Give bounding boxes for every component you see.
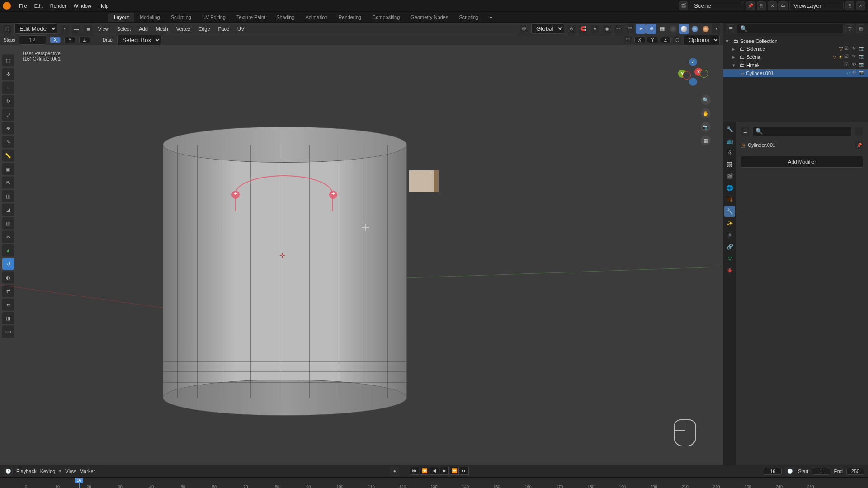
end-frame-input[interactable]: 250 <box>846 468 864 475</box>
timeline-track[interactable]: 16 0102030405060708090100110120130140150… <box>0 477 868 488</box>
viewlayer-delete-icon[interactable]: ✕ <box>856 1 865 10</box>
viewlayer-input[interactable] <box>789 1 844 10</box>
tab-rendering[interactable]: Rendering <box>333 13 367 22</box>
nav-axis-neg-y[interactable] <box>700 70 708 78</box>
outliner-new-collection-icon[interactable]: ⊞ <box>856 24 865 33</box>
spin-gizmo-arc[interactable] <box>235 175 333 211</box>
orientation-icon[interactable]: ⦿ <box>519 24 528 33</box>
tl-menu-playback[interactable]: Playback <box>16 469 37 474</box>
menu-render[interactable]: Render <box>47 3 70 9</box>
tab-geometrynodes[interactable]: Geometry Nodes <box>405 13 453 22</box>
shade-material-icon[interactable] <box>690 24 700 34</box>
tab-compositing[interactable]: Compositing <box>367 13 405 22</box>
proportional-curve-icon[interactable]: 〰 <box>614 24 623 33</box>
tab-sculpting[interactable]: Sculpting <box>165 13 197 22</box>
spin-gizmo-plus-left[interactable]: + <box>231 191 240 199</box>
prop-tab-viewlayer[interactable]: 🖼 <box>724 159 735 170</box>
outliner-editor-icon[interactable]: ☰ <box>726 24 735 33</box>
vp-menu-face[interactable]: Face <box>216 26 232 32</box>
automerge-icon[interactable]: ⬡ <box>673 36 682 45</box>
tl-menu-view[interactable]: View <box>65 469 76 474</box>
scene-delete-icon[interactable]: ✕ <box>768 1 777 10</box>
current-frame-input[interactable]: 16 <box>764 468 782 475</box>
vp-menu-view[interactable]: View <box>95 26 112 32</box>
prop-tab-render[interactable]: 📺 <box>724 136 735 146</box>
tree-item-scena[interactable]: ▸🗀 Scéna ▽☀ ☑👁📷 <box>723 53 868 61</box>
jump-start-icon[interactable]: ⏮ <box>410 467 419 475</box>
prop-tab-object[interactable]: ◳ <box>724 194 735 205</box>
axis-y-display[interactable]: Y <box>647 37 658 43</box>
prop-tab-scene[interactable]: 🎬 <box>724 171 735 182</box>
prop-tab-physics[interactable]: ⚛ <box>724 230 735 240</box>
scene-new-icon[interactable]: ⎘ <box>757 1 766 10</box>
prop-tab-tool[interactable]: 🔧 <box>724 124 735 135</box>
shade-wire-icon[interactable] <box>668 24 678 34</box>
vp-menu-vertex[interactable]: Vertex <box>174 26 193 32</box>
tab-add[interactable]: + <box>484 13 497 22</box>
tab-texturepaint[interactable]: Texture Paint <box>231 13 271 22</box>
zoom-icon[interactable]: 🔍 <box>701 95 711 105</box>
prop-tab-world[interactable]: 🌐 <box>724 183 735 193</box>
shade-rendered-icon[interactable] <box>701 24 711 34</box>
orientation-dropdown[interactable]: Global <box>531 23 564 34</box>
proportional-icon[interactable]: ◉ <box>602 24 611 33</box>
options-dropdown[interactable]: Options <box>684 35 720 45</box>
jump-end-icon[interactable]: ⏭ <box>460 467 469 475</box>
axis-z-display[interactable]: Z <box>660 37 671 43</box>
prop-tab-data[interactable]: ▽ <box>724 253 735 264</box>
vp-menu-select[interactable]: Select <box>114 26 134 32</box>
tab-animation[interactable]: Animation <box>300 13 333 22</box>
menu-window[interactable]: Window <box>70 3 95 9</box>
tab-scripting[interactable]: Scripting <box>453 13 484 22</box>
scene-name-input[interactable] <box>690 1 744 10</box>
pivot-icon[interactable]: ⊙ <box>567 24 576 33</box>
tab-uvediting[interactable]: UV Editing <box>197 13 231 22</box>
scene-browse-icon[interactable]: 🎬 <box>679 1 688 10</box>
axis-x-toggle[interactable]: X <box>50 37 61 43</box>
vp-menu-uv[interactable]: UV <box>235 26 247 32</box>
pin-icon[interactable]: 📌 <box>854 141 863 150</box>
start-frame-input[interactable]: 1 <box>812 468 830 475</box>
overlay-toggle-icon[interactable]: ⊕ <box>646 24 656 34</box>
outliner-filter-icon[interactable]: ▽ <box>845 24 854 33</box>
preview-range-icon[interactable]: 🕐 <box>785 467 794 476</box>
keyframe-prev-icon[interactable]: ⏪ <box>420 467 429 475</box>
steps-input[interactable] <box>19 35 46 45</box>
prop-tab-constraint[interactable]: 🔗 <box>724 241 735 252</box>
shade-solid-icon[interactable] <box>679 24 689 34</box>
axis-z-toggle[interactable]: Z <box>79 37 90 43</box>
autokey-icon[interactable]: ● <box>390 467 399 476</box>
scene-pin-icon[interactable]: 📌 <box>746 1 755 10</box>
nav-axis-neg-x[interactable] <box>683 71 691 80</box>
prop-tab-modifier[interactable]: 🔧 <box>724 206 735 217</box>
prop-tab-material[interactable]: ◉ <box>724 265 735 276</box>
prop-search[interactable] <box>752 127 852 136</box>
tree-scene-collection[interactable]: ▾🗀 Scene Collection <box>723 37 868 45</box>
timeline-editor-icon[interactable]: 🕐 <box>4 467 13 476</box>
tl-menu-marker[interactable]: Marker <box>80 469 95 474</box>
prop-options-icon[interactable]: ⋮ <box>854 127 863 136</box>
vertex-select-icon[interactable]: ▪ <box>60 24 69 33</box>
mode-dropdown[interactable]: Edit Mode <box>14 23 57 34</box>
play-reverse-icon[interactable]: ◀ <box>430 467 439 475</box>
menu-file[interactable]: File <box>15 3 31 9</box>
xray-icon[interactable]: ▦ <box>657 24 667 34</box>
vp-menu-add[interactable]: Add <box>136 26 151 32</box>
tree-item-sklenice[interactable]: ▸🗀 Sklenice ▽ ☑👁📷 <box>723 45 868 53</box>
shade-options-icon[interactable]: ▾ <box>712 24 721 33</box>
axis-y-toggle[interactable]: Y <box>64 37 75 43</box>
drag-dropdown[interactable]: Select Box <box>117 35 161 45</box>
viewlayer-new-icon[interactable]: ⎘ <box>845 1 854 10</box>
play-icon[interactable]: ▶ <box>440 467 449 475</box>
perspective-icon[interactable]: ▦ <box>701 136 711 145</box>
tree-item-hrnek[interactable]: ▾🗀 Hrnek ☑👁📷 <box>723 61 868 69</box>
tab-shading[interactable]: Shading <box>271 13 300 22</box>
menu-edit[interactable]: Edit <box>31 3 47 9</box>
menu-help[interactable]: Help <box>95 3 113 9</box>
prop-tab-particles[interactable]: ✨ <box>724 218 735 229</box>
nav-axis-neg-z[interactable] <box>689 78 697 86</box>
tab-layout[interactable]: Layout <box>108 13 134 22</box>
visibility-icon[interactable]: 👁 <box>626 24 635 33</box>
add-modifier-button[interactable]: Add Modifier <box>741 156 863 168</box>
snap-icon[interactable]: 🧲 <box>579 24 588 33</box>
